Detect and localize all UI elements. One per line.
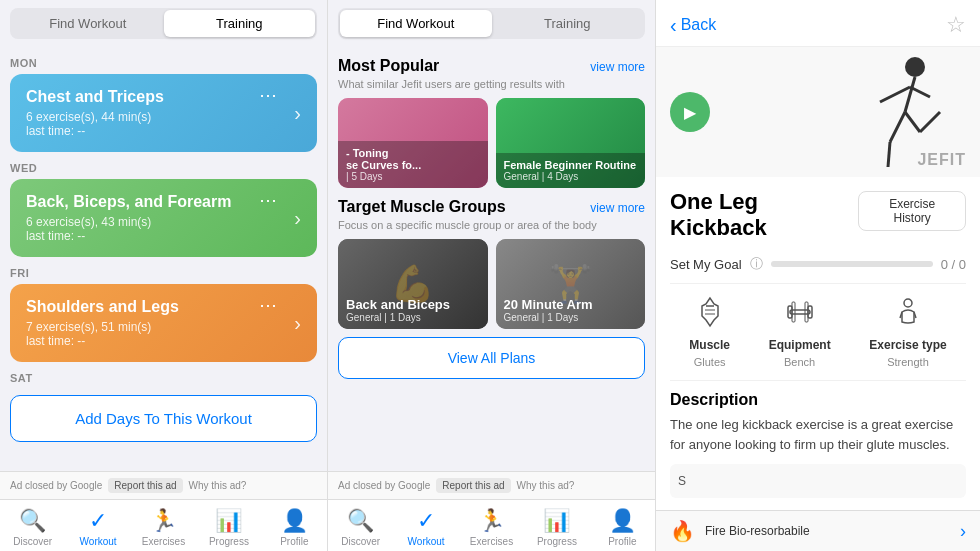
panel2-nav-profile[interactable]: 👤 Profile [590, 500, 655, 551]
workout-card-fri[interactable]: ⋯ Shoulders and Legs 7 exercise(s), 51 m… [10, 284, 317, 362]
panel2-nav-workout[interactable]: ✓ Workout [393, 500, 458, 551]
panel1-bottom-nav: 🔍 Discover ✓ Workout 🏃 Exercises 📊 Progr… [0, 499, 327, 551]
panel2-nav-exercises[interactable]: 🏃 Exercises [459, 500, 524, 551]
svg-line-6 [920, 112, 940, 132]
equipment-type-label: Equipment [769, 338, 831, 352]
workout-card-mon[interactable]: ⋯ Chest and Triceps 6 exercise(s), 44 mi… [10, 74, 317, 152]
arm-card-sub: General | 1 Days [504, 312, 638, 323]
most-popular-title: Most Popular [338, 57, 439, 75]
panel2-ad-bar: Ad closed by Google Report this ad Why t… [328, 471, 655, 499]
panel2-find-workout-tab[interactable]: Find Workout [340, 10, 492, 37]
p2-workout-icon: ✓ [417, 508, 435, 534]
panel1-nav-workout-label: Workout [80, 536, 117, 547]
panel1-why-ad-text: Why this ad? [189, 480, 247, 491]
panel1-nav-discover-label: Discover [13, 536, 52, 547]
panel1-ad-closed-text: Ad closed by Google [10, 480, 102, 491]
muscle-type-value: Glutes [694, 356, 726, 368]
back-label: Back [681, 16, 717, 34]
target-muscle-view-more[interactable]: view more [590, 201, 645, 215]
panel1-find-workout-tab[interactable]: Find Workout [12, 10, 164, 37]
panel1-report-ad-button[interactable]: Report this ad [108, 478, 182, 493]
day-label-fri: FRI [10, 267, 317, 279]
svg-line-5 [905, 112, 920, 132]
ad-chevron-icon: › [960, 521, 966, 542]
panel1-training-tab[interactable]: Training [164, 10, 316, 37]
muscle-card-arm[interactable]: 🏋️ 20 Minute Arm General | 1 Days [496, 239, 646, 329]
panel1-nav-progress[interactable]: 📊 Progress [196, 500, 261, 551]
goal-progress-bar [771, 261, 933, 267]
back-card-sub: General | 1 Days [346, 312, 480, 323]
back-card-title: Back and Biceps [346, 297, 480, 312]
panel1-nav-workout[interactable]: ✓ Workout [65, 500, 130, 551]
svg-line-7 [888, 142, 890, 167]
muscle-info-equipment: Equipment Bench [769, 296, 831, 368]
add-days-button[interactable]: Add Days To This Workout [10, 395, 317, 442]
exercise-body: One Leg Kickback Exercise History Set My… [656, 177, 980, 510]
svg-rect-15 [805, 302, 808, 322]
card-dots-wed[interactable]: ⋯ [259, 189, 277, 211]
exercise-header: ‹ Back ☆ [656, 0, 980, 47]
panel1-nav-exercises[interactable]: 🏃 Exercises [131, 500, 196, 551]
panel1-nav-discover[interactable]: 🔍 Discover [0, 500, 65, 551]
svg-line-1 [905, 77, 915, 112]
promo-card-toning[interactable]: - Toning se Curves fo... | 5 Days [338, 98, 488, 188]
card-dots-fri[interactable]: ⋯ [259, 294, 277, 316]
back-card-label: Back and Biceps General | 1 Days [338, 291, 488, 329]
panel2-training-tab[interactable]: Training [492, 10, 644, 37]
card-arrow-fri: › [294, 312, 301, 335]
most-popular-view-more[interactable]: view more [590, 60, 645, 74]
toning-sub: | 5 Days [346, 171, 480, 182]
fire-icon: 🔥 [670, 519, 695, 543]
goal-value: 0 / 0 [941, 257, 966, 272]
workout-card-wed[interactable]: ⋯ Back, Biceps, and Forearm 6 exercise(s… [10, 179, 317, 257]
jefit-logo: JEFIT [917, 151, 966, 169]
workout-sub-mon: 6 exercise(s), 44 min(s) [26, 110, 294, 124]
promo-cards-row: - Toning se Curves fo... | 5 Days Female… [338, 98, 645, 188]
muscle-info-row: Muscle Glutes Equipment Bench [670, 283, 966, 381]
card-dots-mon[interactable]: ⋯ [259, 84, 277, 106]
panel2-segmented: Find Workout Training [338, 8, 645, 39]
play-button[interactable]: ▶ [670, 92, 710, 132]
workout-info-fri: Shoulders and Legs 7 exercise(s), 51 min… [26, 298, 294, 348]
svg-point-16 [904, 299, 912, 307]
muscle-info-type: Exercise type Strength [869, 296, 946, 368]
panel-find-workout: Find Workout Training Most Popular view … [328, 0, 656, 551]
arm-card-title: 20 Minute Arm [504, 297, 638, 312]
panel2-nav-progress[interactable]: 📊 Progress [524, 500, 589, 551]
panel1-nav-profile[interactable]: 👤 Profile [262, 500, 327, 551]
panel2-ad-closed-text: Ad closed by Google [338, 480, 430, 491]
day-label-mon: MON [10, 57, 317, 69]
svg-line-4 [890, 112, 905, 142]
panel2-nav-discover-label: Discover [341, 536, 380, 547]
workout-list: MON ⋯ Chest and Triceps 6 exercise(s), 4… [0, 47, 327, 471]
target-muscle-sub: Focus on a specific muscle group or area… [338, 219, 645, 231]
favorite-icon[interactable]: ☆ [946, 12, 966, 38]
panel1-nav-exercises-label: Exercises [142, 536, 185, 547]
panel2-report-ad-button[interactable]: Report this ad [436, 478, 510, 493]
card-arrow-mon: › [294, 102, 301, 125]
target-muscle-title: Target Muscle Groups [338, 198, 506, 216]
progress-icon: 📊 [215, 508, 242, 534]
exercise-history-button[interactable]: Exercise History [858, 191, 966, 231]
muscle-card-back[interactable]: 💪 Back and Biceps General | 1 Days [338, 239, 488, 329]
exercise-type-label: Exercise type [869, 338, 946, 352]
workout-sub-fri: 7 exercise(s), 51 min(s) [26, 320, 294, 334]
workout-title-wed: Back, Biceps, and Forearm [26, 193, 294, 211]
panel2-nav-discover[interactable]: 🔍 Discover [328, 500, 393, 551]
back-button[interactable]: ‹ Back [670, 14, 716, 37]
day-label-sat: SAT [10, 372, 317, 384]
exercise-type-value: Strength [887, 356, 929, 368]
svg-line-3 [910, 87, 930, 97]
view-all-plans-button[interactable]: View All Plans [338, 337, 645, 379]
panel2-nav-exercises-label: Exercises [470, 536, 513, 547]
day-label-wed: WED [10, 162, 317, 174]
female-label: Female Beginner Routine General | 4 Days [496, 153, 646, 188]
panel2-nav-profile-label: Profile [608, 536, 636, 547]
info-icon[interactable]: ⓘ [750, 255, 763, 273]
promo-card-female[interactable]: Female Beginner Routine General | 4 Days [496, 98, 646, 188]
panel2-nav-progress-label: Progress [537, 536, 577, 547]
ad-banner[interactable]: 🔥 Fire Bio-resorbabile › [656, 510, 980, 551]
target-muscle-header: Target Muscle Groups view more [338, 198, 645, 216]
panel1-ad-bar: Ad closed by Google Report this ad Why t… [0, 471, 327, 499]
steps-section: S [670, 464, 966, 498]
